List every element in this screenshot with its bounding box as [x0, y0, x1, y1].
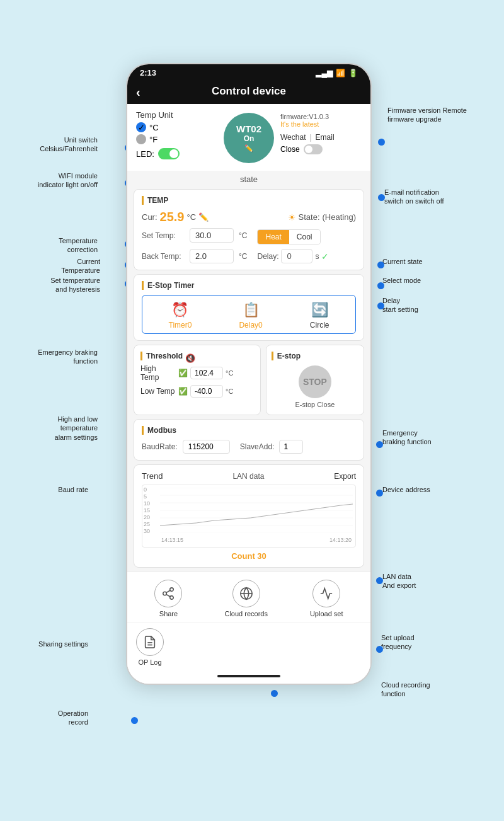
- ann-upload-freq: Set uploadfrequency: [381, 633, 479, 652]
- trend-lan-label: LAN data: [232, 472, 264, 481]
- circle-item[interactable]: 🔄 Circle: [310, 302, 329, 330]
- cloud-item[interactable]: Cloud records: [224, 580, 267, 617]
- set-temp-unit: °C: [239, 231, 247, 240]
- mute-icon[interactable]: 🔇: [185, 353, 195, 363]
- circle-icon: 🔄: [311, 302, 328, 318]
- fahrenheit-row[interactable]: ✓ °F: [136, 134, 217, 144]
- high-temp-label: High Temp: [140, 364, 176, 382]
- chart-area: 30 25 20 15 10 5 0: [142, 485, 356, 548]
- notify-divider: |: [309, 133, 311, 142]
- estop-right-card: E-stop STOP E-stop Close: [266, 345, 364, 415]
- temp-unit-label: Temp Unit: [136, 110, 217, 120]
- ann-device-address: Device address: [382, 485, 477, 494]
- temp-edit-icon[interactable]: ✏️: [198, 212, 209, 222]
- state-display-row: ☀ State: (Heating): [288, 212, 356, 222]
- back-temp-label: Back Temp:: [142, 252, 185, 261]
- notify-toggle[interactable]: [304, 144, 323, 154]
- cool-button[interactable]: Cool: [289, 230, 320, 244]
- low-temp-unit: °C: [226, 388, 233, 395]
- ann-current-temp: CurrentTemperature: [9, 257, 100, 275]
- cur-temp-value: 25.9: [160, 210, 185, 224]
- low-temp-input[interactable]: [190, 385, 223, 398]
- current-temp-display: Cur: 25.9 °C ✏️: [142, 210, 209, 224]
- trend-export-button[interactable]: Export: [334, 472, 356, 481]
- upload-item[interactable]: Upload set: [310, 580, 343, 617]
- fahrenheit-radio[interactable]: ✓: [136, 134, 146, 144]
- baud-input[interactable]: [183, 440, 230, 454]
- back-temp-input[interactable]: [190, 249, 234, 263]
- ann-estop-func: Emergencybraking function: [382, 428, 480, 447]
- y-5: 5: [144, 493, 150, 500]
- outer-container: Firmware version Remote firmware upgrade…: [0, 13, 504, 821]
- low-temp-check: ✅: [178, 387, 188, 396]
- cloud-records-label: Cloud records: [224, 610, 267, 617]
- timer-item[interactable]: ⏰ Timer0: [169, 302, 192, 330]
- set-temp-input[interactable]: [190, 228, 234, 243]
- heat-button[interactable]: Heat: [258, 230, 289, 244]
- estop-timer-card: E-Stop Timer ⏰ Timer0 📋 Delay0: [134, 274, 364, 341]
- wifi-status-icon: 📶: [336, 69, 345, 78]
- ann-email: E-mail notificationswitch on switch off: [384, 188, 479, 206]
- fahrenheit-check-icon: ✓: [138, 135, 145, 144]
- back-temp-unit: °C: [239, 252, 247, 261]
- ann-dot-upload: [376, 646, 383, 653]
- ann-dot-estop: [376, 441, 383, 448]
- celsius-radio[interactable]: ✓: [136, 122, 146, 132]
- page-title: Control device: [212, 85, 286, 97]
- slave-input[interactable]: [279, 440, 303, 454]
- x-label-right: 14:13:20: [329, 537, 352, 543]
- content-area: Temp Unit ✓ °C ✓ °F LED:: [127, 104, 370, 684]
- svg-point-8: [163, 592, 167, 595]
- delay-item[interactable]: 📋 Delay0: [239, 302, 262, 330]
- email-label[interactable]: Email: [316, 133, 335, 142]
- ann-wifi: WIFI moduleindicator light on/off: [6, 171, 98, 190]
- device-name-label: WT02: [236, 123, 261, 134]
- ann-sharing: Sharing settings: [6, 640, 88, 648]
- stop-button[interactable]: STOP: [299, 365, 331, 398]
- circle-label: Circle: [310, 321, 329, 330]
- set-temp-section: Set Temp: °C: [142, 228, 247, 246]
- ann-dot-email: [378, 194, 385, 201]
- svg-point-7: [170, 588, 174, 592]
- low-temp-row: Low Temp ✅ °C: [140, 385, 254, 398]
- status-bar: 2:13 ▂▄▆ 📶 🔋: [127, 64, 370, 80]
- firmware-status-text[interactable]: It's the latest: [280, 120, 362, 128]
- state-section-label: state: [127, 171, 370, 185]
- back-button[interactable]: ‹: [136, 85, 140, 100]
- ann-delay-start: Delaystart setting: [382, 296, 477, 314]
- mode-section: Heat Cool: [257, 229, 320, 244]
- temp-main-row: Cur: 25.9 °C ✏️ ☀ State: (Heating): [142, 210, 356, 224]
- fahrenheit-label: °F: [149, 135, 158, 144]
- led-toggle[interactable]: [158, 148, 180, 159]
- ann-dot-lan: [376, 577, 383, 584]
- threshold-card: Threshold 🔇 High Temp ✅ °C Low Temp ✅ °C: [134, 345, 261, 415]
- delay-confirm-icon[interactable]: ✓: [321, 251, 329, 261]
- svg-line-10: [166, 594, 170, 597]
- share-item[interactable]: Share: [154, 580, 182, 617]
- high-temp-input[interactable]: [190, 367, 223, 379]
- device-left-panel: Temp Unit ✓ °C ✓ °F LED:: [136, 110, 217, 163]
- svg-point-9: [170, 596, 174, 600]
- led-label: LED:: [136, 149, 154, 159]
- estop-inner-box: ⏰ Timer0 📋 Delay0 🔄 Circle: [142, 295, 356, 334]
- upload-set-icon: [312, 580, 340, 607]
- ann-temp-correction: Temperaturecorrection: [6, 236, 98, 255]
- high-temp-row: High Temp ✅ °C: [140, 364, 254, 382]
- status-icons: ▂▄▆ 📶 🔋: [316, 69, 358, 78]
- delay-input[interactable]: [281, 249, 312, 263]
- device-edit-icon[interactable]: ✏️: [244, 144, 253, 152]
- ann-lan-data: LAN dataAnd export: [382, 572, 477, 590]
- cur-temp-unit: °C: [187, 212, 197, 222]
- share-label: Share: [159, 610, 178, 617]
- celsius-row[interactable]: ✓ °C: [136, 122, 217, 132]
- count-row: Count 30: [142, 551, 356, 561]
- oplog-item[interactable]: OP Log: [136, 628, 164, 666]
- threshold-estop-row: Threshold 🔇 High Temp ✅ °C Low Temp ✅ °C: [134, 345, 364, 415]
- slave-label: SlaveAdd:: [240, 442, 275, 451]
- status-time: 2:13: [140, 68, 156, 78]
- wechat-label[interactable]: Wechat: [280, 133, 306, 142]
- battery-icon: 🔋: [348, 69, 358, 78]
- high-temp-unit: °C: [226, 369, 233, 377]
- bottom-icons-row: Share Cloud records: [127, 571, 370, 623]
- chart-y-labels: 30 25 20 15 10 5 0: [144, 486, 150, 534]
